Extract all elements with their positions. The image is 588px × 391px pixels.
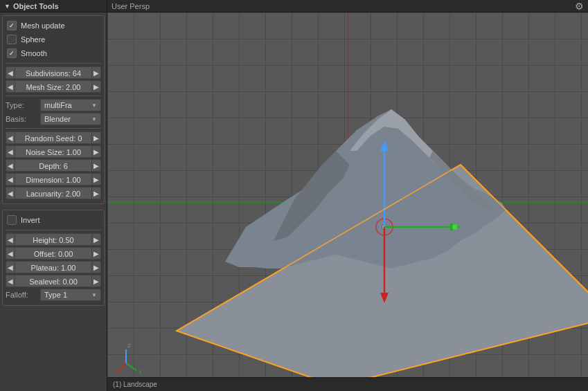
sphere-checkbox[interactable] <box>7 35 17 44</box>
viewport-settings-icon[interactable]: ⚙ <box>575 1 584 12</box>
mesh-size-value[interactable]: Mesh Size: 2.00 <box>15 80 91 93</box>
status-bar: (1) Landscape <box>107 377 588 391</box>
lacunarity-dec-btn[interactable]: ◀ <box>6 187 15 199</box>
subdivisions-value[interactable]: Subdivisions: 64 <box>15 66 91 79</box>
subdivisions-row: ◀ Subdivisions: 64 ▶ <box>6 66 101 79</box>
lacunarity-value[interactable]: Lacunarity: 2.00 <box>15 187 91 199</box>
mesh-update-label: Mesh update <box>21 21 65 30</box>
basis-row: Basis: Blender ▼ <box>6 113 101 125</box>
sealevel-value[interactable]: Sealevel: 0.00 <box>15 275 91 287</box>
type-row: Type: multiFra ▼ <box>6 99 101 111</box>
depth-value[interactable]: Depth: 6 <box>15 159 91 172</box>
panel-triangle-icon: ▼ <box>4 3 10 10</box>
height-value[interactable]: Height: 0.50 <box>15 233 91 246</box>
invert-label: Invert <box>21 216 40 224</box>
sealevel-dec-btn[interactable]: ◀ <box>6 275 15 287</box>
falloff-value: Type 1 <box>44 291 67 299</box>
offset-dec-btn[interactable]: ◀ <box>6 247 15 260</box>
type-value: multiFra <box>44 101 72 109</box>
panel-header: ▼ Object Tools <box>0 0 107 12</box>
mesh-update-row[interactable]: Mesh update <box>6 19 101 33</box>
noise-size-row: ◀ Noise Size: 1.00 ▶ <box>6 145 101 158</box>
height-row: ◀ Height: 0.50 ▶ <box>6 233 101 246</box>
dimension-row: ◀ Dimension: 1.00 ▶ <box>6 173 101 185</box>
dimension-dec-btn[interactable]: ◀ <box>6 173 15 185</box>
mesh-size-dec-btn[interactable]: ◀ <box>6 80 15 93</box>
subdivisions-dec-btn[interactable]: ◀ <box>6 66 15 79</box>
type-dropdown-arrow: ▼ <box>91 102 97 109</box>
dimension-value[interactable]: Dimension: 1.00 <box>15 173 91 185</box>
plateau-dec-btn[interactable]: ◀ <box>6 261 15 273</box>
viewport-label: User Persp <box>112 2 150 10</box>
random-seed-row: ◀ Random Seed: 0 ▶ <box>6 131 101 144</box>
mesh-size-row: ◀ Mesh Size: 2.00 ▶ <box>6 80 101 93</box>
smooth-checkbox[interactable] <box>7 48 17 58</box>
sealevel-inc-btn[interactable]: ▶ <box>91 275 101 287</box>
viewport-scene <box>107 12 588 391</box>
lacunarity-row: ◀ Lacunarity: 2.00 ▶ <box>6 187 101 199</box>
invert-box: Invert ◀ Height: 0.50 ▶ ◀ Offset: 0.00 ▶ <box>2 210 105 306</box>
sphere-label: Sphere <box>21 35 45 44</box>
status-text: (1) Landscape <box>113 381 157 388</box>
subdivisions-inc-btn[interactable]: ▶ <box>91 66 101 79</box>
falloff-dropdown[interactable]: Type 1 ▼ <box>40 289 101 301</box>
random-seed-value[interactable]: Random Seed: 0 <box>15 131 91 144</box>
height-dec-btn[interactable]: ◀ <box>6 233 15 246</box>
offset-inc-btn[interactable]: ▶ <box>91 247 101 260</box>
viewport-header: User Persp ⚙ <box>107 0 588 12</box>
basis-dropdown-arrow: ▼ <box>91 116 97 122</box>
axes-widget: X Y Z <box>116 339 150 374</box>
plateau-value[interactable]: Plateau: 1.00 <box>15 261 91 273</box>
basis-value: Blender <box>44 115 71 123</box>
viewport[interactable]: X Y Z (1) Landscape <box>107 12 588 391</box>
noise-size-value[interactable]: Noise Size: 1.00 <box>15 145 91 158</box>
axes-y-label: Y <box>139 369 143 374</box>
invert-checkbox[interactable] <box>7 215 17 225</box>
invert-row[interactable]: Invert <box>6 213 101 227</box>
tool-box: Mesh update Sphere Smooth ◀ Subdivisions… <box>2 15 105 204</box>
axes-z-label: Z <box>127 343 131 349</box>
noise-size-dec-btn[interactable]: ◀ <box>6 145 15 158</box>
lacunarity-inc-btn[interactable]: ▶ <box>91 187 101 199</box>
random-seed-dec-btn[interactable]: ◀ <box>6 131 15 144</box>
type-label: Type: <box>6 101 40 109</box>
dimension-inc-btn[interactable]: ▶ <box>91 173 101 185</box>
falloff-dropdown-arrow: ▼ <box>91 292 97 298</box>
gizmo-z-dot <box>452 224 458 230</box>
depth-dec-btn[interactable]: ◀ <box>6 159 15 172</box>
smooth-row[interactable]: Smooth <box>6 46 101 60</box>
panel-title: Object Tools <box>13 2 59 10</box>
basis-dropdown[interactable]: Blender ▼ <box>40 113 101 125</box>
falloff-label: Falloff: <box>6 291 40 299</box>
noise-size-inc-btn[interactable]: ▶ <box>91 145 101 158</box>
offset-row: ◀ Offset: 0.00 ▶ <box>6 247 101 260</box>
mesh-size-inc-btn[interactable]: ▶ <box>91 80 101 93</box>
falloff-row: Falloff: Type 1 ▼ <box>6 289 101 301</box>
offset-value[interactable]: Offset: 0.00 <box>15 247 91 260</box>
sealevel-row: ◀ Sealevel: 0.00 ▶ <box>6 275 101 287</box>
plateau-row: ◀ Plateau: 1.00 ▶ <box>6 261 101 273</box>
basis-label: Basis: <box>6 115 40 123</box>
smooth-label: Smooth <box>21 49 47 57</box>
sphere-row[interactable]: Sphere <box>6 33 101 46</box>
height-inc-btn[interactable]: ▶ <box>91 233 101 246</box>
depth-inc-btn[interactable]: ▶ <box>91 159 101 172</box>
random-seed-inc-btn[interactable]: ▶ <box>91 131 101 144</box>
plateau-inc-btn[interactable]: ▶ <box>91 261 101 273</box>
type-dropdown[interactable]: multiFra ▼ <box>40 99 101 111</box>
axes-x-line <box>119 363 126 370</box>
axes-x-label: X <box>116 369 120 374</box>
left-panel: Mesh update Sphere Smooth ◀ Subdivisions… <box>0 12 107 391</box>
depth-row: ◀ Depth: 6 ▶ <box>6 159 101 172</box>
axes-y-line <box>126 363 136 370</box>
mesh-update-checkbox[interactable] <box>7 21 17 30</box>
